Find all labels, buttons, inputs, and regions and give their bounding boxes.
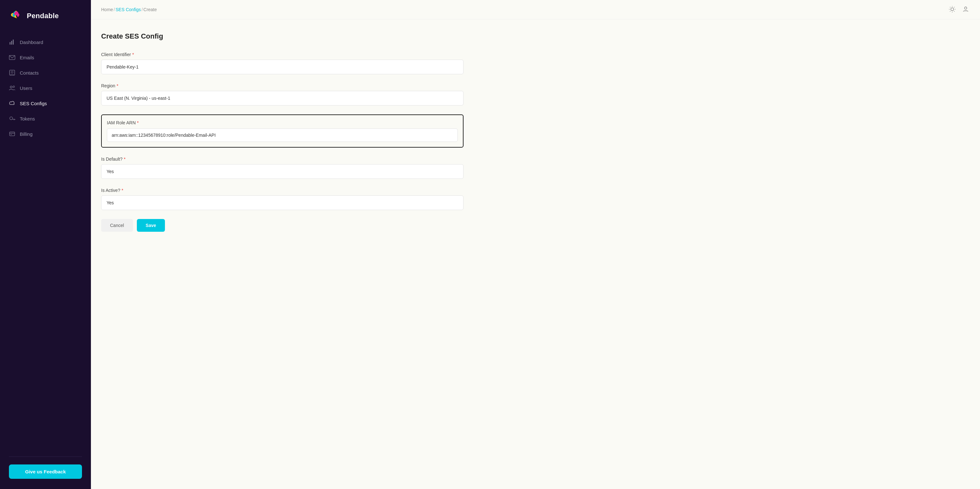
svg-rect-8 [10, 70, 15, 75]
svg-rect-19 [10, 132, 15, 136]
client-identifier-label: Client Identifier * [101, 52, 463, 57]
is-default-label: Is Default? * [101, 157, 463, 162]
sidebar-item-dashboard[interactable]: Dashboard [0, 35, 91, 50]
svg-line-30 [954, 7, 955, 7]
client-identifier-group: Client Identifier * [101, 52, 463, 74]
sidebar-nav: Dashboard Emails [0, 32, 91, 451]
sidebar: Pendable Dashboard Emails [0, 0, 91, 489]
is-active-label: Is Active? * [101, 188, 463, 193]
breadcrumb-sep-1: / [114, 7, 115, 12]
svg-line-25 [950, 7, 950, 7]
svg-rect-3 [10, 42, 11, 44]
svg-line-29 [950, 11, 950, 11]
breadcrumb-current: Create [143, 7, 157, 12]
feedback-button[interactable]: Give us Feedback [9, 464, 82, 479]
is-active-group: Is Active? * [101, 188, 463, 210]
svg-point-14 [13, 86, 15, 88]
svg-line-26 [954, 11, 955, 11]
theme-toggle-icon[interactable] [949, 6, 956, 13]
email-icon [9, 54, 15, 60]
iam-role-arn-input[interactable] [107, 129, 458, 142]
chart-bar-icon [9, 39, 15, 45]
header-icons [949, 6, 970, 13]
breadcrumb: Home / SES Configs / Create [101, 7, 157, 12]
billing-icon [9, 131, 15, 137]
cancel-button[interactable]: Cancel [101, 219, 133, 232]
breadcrumb-ses-configs[interactable]: SES Configs [116, 7, 141, 12]
sidebar-item-contacts[interactable]: Contacts [0, 65, 91, 80]
contacts-icon [9, 70, 15, 76]
page-title: Create SES Config [101, 32, 463, 40]
is-default-required: * [124, 157, 126, 162]
sidebar-item-users[interactable]: Users [0, 80, 91, 95]
sidebar-item-billing[interactable]: Billing [0, 126, 91, 141]
svg-point-12 [11, 71, 13, 73]
user-profile-icon[interactable] [962, 6, 970, 13]
svg-point-13 [10, 86, 12, 88]
client-identifier-required: * [132, 52, 134, 57]
svg-point-22 [951, 8, 953, 11]
svg-point-15 [10, 117, 13, 120]
logo-area: Pendable [0, 0, 91, 32]
iam-role-arn-group: IAM Role ARN * [101, 114, 463, 148]
svg-point-31 [964, 7, 967, 9]
users-icon [9, 85, 15, 91]
breadcrumb-sep-2: / [142, 7, 143, 12]
region-input[interactable] [101, 91, 463, 105]
save-button[interactable]: Save [137, 219, 165, 232]
sidebar-item-ses-configs[interactable]: SES Configs [0, 95, 91, 111]
key-icon [9, 115, 15, 122]
app-name: Pendable [27, 12, 59, 20]
svg-rect-4 [11, 41, 12, 44]
svg-rect-5 [13, 40, 14, 44]
cloud-icon [9, 100, 15, 106]
form-actions: Cancel Save [101, 219, 463, 232]
sidebar-item-tokens[interactable]: Tokens [0, 111, 91, 126]
is-default-group: Is Default? * [101, 157, 463, 179]
form-content: Create SES Config Client Identifier * Re… [91, 19, 474, 244]
is-active-input[interactable] [101, 195, 463, 210]
logo-icon [9, 9, 23, 23]
region-label: Region * [101, 83, 463, 88]
header: Home / SES Configs / Create [91, 0, 980, 19]
client-identifier-input[interactable] [101, 60, 463, 74]
main-content: Home / SES Configs / Create [91, 0, 980, 489]
region-group: Region * [101, 83, 463, 105]
breadcrumb-home[interactable]: Home [101, 7, 113, 12]
is-default-input[interactable] [101, 164, 463, 179]
sidebar-divider [9, 456, 82, 457]
iam-role-arn-required: * [137, 120, 138, 125]
region-required: * [116, 83, 118, 88]
is-active-required: * [121, 188, 123, 193]
iam-role-arn-label: IAM Role ARN * [107, 120, 458, 125]
sidebar-item-emails[interactable]: Emails [0, 50, 91, 65]
